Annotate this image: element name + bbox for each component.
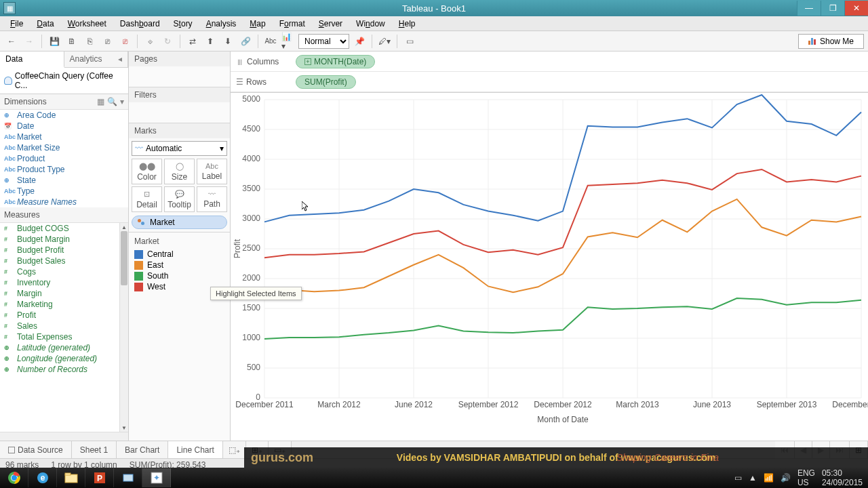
datasource-name[interactable]: CoffeeChain Query (Coffee C... xyxy=(0,68,128,94)
dimension-field[interactable]: ⊕Area Code xyxy=(0,110,128,121)
legend-item[interactable]: South xyxy=(134,270,224,281)
tray-action-icon[interactable]: ▲ xyxy=(749,473,757,483)
measure-field[interactable]: #Budget Sales xyxy=(0,256,119,266)
mark-card-label[interactable]: AbcLabel xyxy=(197,159,227,184)
explorer-icon[interactable] xyxy=(57,468,85,487)
ie-icon[interactable]: e xyxy=(28,468,57,487)
mark-card-tooltip[interactable]: 💬Tooltip xyxy=(164,186,195,212)
back-button[interactable]: ← xyxy=(4,34,19,49)
new-worksheet-button[interactable]: ⎘ xyxy=(82,34,97,49)
minimize-button[interactable]: — xyxy=(797,1,821,16)
rows-shelf-label: ☰Rows xyxy=(231,77,292,87)
label-button[interactable]: Abc xyxy=(263,34,278,49)
measure-field[interactable]: #Profit xyxy=(0,310,119,321)
filters-shelf[interactable] xyxy=(129,102,230,123)
legend-item[interactable]: East xyxy=(134,260,224,270)
tableau-taskbar-icon[interactable]: ✦ xyxy=(142,468,171,487)
menu-file[interactable]: File xyxy=(5,18,28,30)
menu-analysis[interactable]: Analysis xyxy=(201,18,241,30)
snipping-icon[interactable] xyxy=(114,468,142,487)
tab-analytics[interactable]: Analytics ◂ xyxy=(64,52,129,67)
sort-desc-button[interactable]: ⬇ xyxy=(220,34,235,49)
legend-item[interactable]: Central xyxy=(134,249,224,260)
search-icon[interactable]: 🔍 xyxy=(107,97,117,106)
measure-field[interactable]: ⊕Number of Records xyxy=(0,364,119,375)
measure-field[interactable]: #Marketing xyxy=(0,299,119,310)
tray-volume-icon[interactable]: 🔊 xyxy=(781,473,791,483)
measure-field[interactable]: ⊕Latitude (generated) xyxy=(0,342,119,353)
tab-sheet1[interactable]: Sheet 1 xyxy=(72,441,117,458)
run-button[interactable]: ↻ xyxy=(160,34,175,49)
tab-data-source[interactable]: Data Source xyxy=(0,441,72,458)
powerpoint-icon[interactable]: P xyxy=(85,468,114,487)
marks-field-market[interactable]: Market xyxy=(132,216,227,229)
measure-field[interactable]: #Sales xyxy=(0,321,119,331)
menu-format[interactable]: Format xyxy=(275,18,310,30)
measure-field[interactable]: #Cogs xyxy=(0,266,119,277)
close-button[interactable]: ✕ xyxy=(844,1,868,16)
menu-window[interactable]: Window xyxy=(351,18,390,30)
sort-asc-button[interactable]: ⬆ xyxy=(203,34,218,49)
group-button[interactable]: 🔗 xyxy=(238,34,253,49)
viewtype-button[interactable]: 📊▾ xyxy=(281,34,296,49)
data-pane-hscroll[interactable] xyxy=(0,432,128,441)
menu-server[interactable]: Server xyxy=(314,18,347,30)
datasource-icon xyxy=(4,77,12,85)
pin-button[interactable]: 📌 xyxy=(352,34,367,49)
rows-pill[interactable]: SUM(Profit) xyxy=(296,75,356,89)
dimension-field[interactable]: 📅Date xyxy=(0,121,128,131)
dimension-field[interactable]: AbcMarket Size xyxy=(0,142,128,153)
highlight-button[interactable]: 🖊▾ xyxy=(377,34,392,49)
view-icon[interactable]: ▦ xyxy=(97,97,104,106)
tab-bar-chart[interactable]: Bar Chart xyxy=(117,441,168,458)
dimension-field[interactable]: AbcType xyxy=(0,186,128,197)
measure-field[interactable]: #Budget COGS xyxy=(0,223,119,234)
measure-field[interactable]: ⊕Longitude (generated) xyxy=(0,353,119,364)
dimension-field[interactable]: AbcProduct xyxy=(0,153,128,164)
fit-select[interactable]: Normal xyxy=(298,34,349,49)
mark-card-detail[interactable]: ⊡Detail xyxy=(132,186,162,212)
dimension-field[interactable]: AbcMarket xyxy=(0,131,128,142)
measures-header: Measures xyxy=(0,207,128,223)
clear-sheet-button[interactable]: ⎚ xyxy=(117,34,132,49)
line-chart[interactable]: 0500100015002000250030003500400045005000… xyxy=(231,93,868,425)
tab-line-chart[interactable]: Line Chart xyxy=(168,441,222,458)
expand-icon[interactable]: + xyxy=(304,58,311,65)
menu-data[interactable]: Data xyxy=(32,18,58,30)
menu-story[interactable]: Story xyxy=(169,18,197,30)
dimension-field[interactable]: AbcProduct Type xyxy=(0,164,128,175)
measure-field[interactable]: #Budget Margin xyxy=(0,234,119,245)
mark-card-size[interactable]: ◯Size xyxy=(164,159,195,184)
menu-map[interactable]: Map xyxy=(245,18,270,30)
new-worksheet-tab[interactable]: ⬚₊ xyxy=(223,441,246,458)
columns-pill[interactable]: +MONTH(Date) xyxy=(296,55,375,68)
swap-button[interactable]: ⇄ xyxy=(185,34,200,49)
new-datasource-button[interactable]: 🗎 xyxy=(64,34,79,49)
tab-data[interactable]: Data xyxy=(0,52,64,68)
mark-card-path[interactable]: 〰Path xyxy=(197,186,227,212)
save-button[interactable]: 💾 xyxy=(47,34,62,49)
presentation-button[interactable]: ▭ xyxy=(402,34,417,49)
maximize-button[interactable]: ❐ xyxy=(821,1,844,16)
show-me-button[interactable]: Show Me xyxy=(798,34,864,49)
duplicate-button[interactable]: ⎚ xyxy=(100,34,115,49)
taskbar[interactable]: e P ✦ ▭ ▲ 📶 🔊 ENGUS 05:3024/09/2015 xyxy=(0,468,868,488)
measures-scrollbar[interactable]: ▲ ▼ xyxy=(119,223,128,432)
autoupdate-button[interactable]: ⟐ xyxy=(142,34,157,49)
mark-card-color[interactable]: ⬤⬤Color xyxy=(132,159,162,184)
dimension-field[interactable]: ⊕State xyxy=(0,175,128,186)
measure-field[interactable]: #Inventory xyxy=(0,277,119,288)
system-tray[interactable]: ▭ ▲ 📶 🔊 ENGUS 05:3024/09/2015 xyxy=(729,468,868,487)
chrome-icon[interactable] xyxy=(0,468,28,487)
measure-field[interactable]: #Budget Profit xyxy=(0,245,119,256)
mark-type-select[interactable]: 〰Automatic▾ xyxy=(132,141,227,156)
measure-field[interactable]: #Total Expenses xyxy=(0,331,119,342)
measure-field[interactable]: #Margin xyxy=(0,288,119,299)
menu-worksheet[interactable]: Worksheet xyxy=(63,18,111,30)
dimension-field[interactable]: AbcMeasure Names xyxy=(0,197,128,207)
menu-icon[interactable]: ▾ xyxy=(120,97,124,106)
forward-button[interactable]: → xyxy=(22,34,37,49)
menu-dashboard[interactable]: Dashboard xyxy=(115,18,165,30)
pages-shelf[interactable] xyxy=(129,66,230,87)
menu-help[interactable]: Help xyxy=(394,18,420,30)
